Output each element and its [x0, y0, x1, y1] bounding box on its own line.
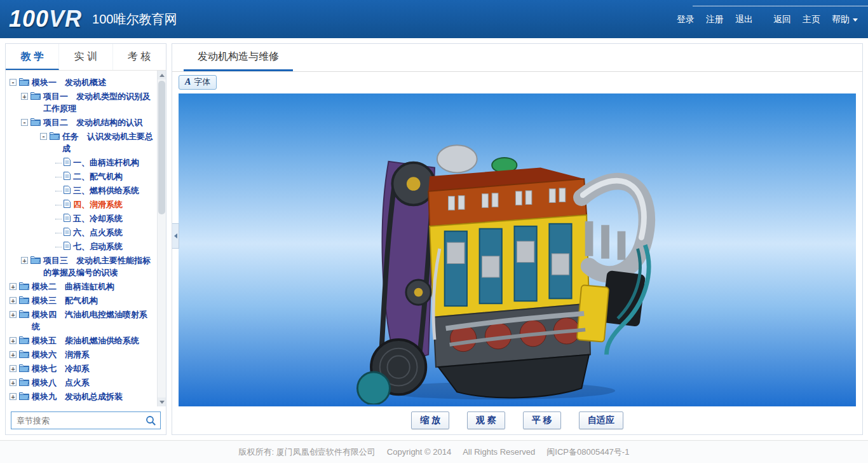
- footer-text: All Rights Reserved: [463, 447, 535, 457]
- font-button[interactable]: A 字体: [179, 75, 217, 90]
- search-input[interactable]: [11, 416, 141, 425]
- expand-icon[interactable]: +: [10, 351, 17, 358]
- tree-item[interactable]: +模块四 汽油机电控燃油喷射系统: [7, 308, 154, 333]
- page-body: 教 学实 训考 核 -模块一 发动机概述+项目一 发动机类型的识别及工作原理-项…: [0, 38, 868, 440]
- tab-assessment[interactable]: 考 核: [113, 44, 166, 70]
- tree-item[interactable]: +模块二 曲柄连缸机构: [7, 280, 154, 293]
- expand-icon[interactable]: +: [10, 365, 17, 372]
- tree-item[interactable]: +模块三 配气机构: [7, 294, 154, 307]
- tree-item[interactable]: +项目三 发动机主要性能指标的掌握及编号的识读: [7, 254, 154, 279]
- document-icon: [64, 200, 71, 208]
- tree-connector: [55, 219, 62, 219]
- expand-icon[interactable]: +: [10, 393, 17, 400]
- header-link-register[interactable]: 注册: [706, 14, 724, 25]
- tree-item[interactable]: +项目一 发动机类型的识别及工作原理: [7, 90, 154, 114]
- tab-training[interactable]: 实 训: [59, 44, 112, 70]
- search-icon: [146, 415, 156, 426]
- tree-item[interactable]: +模块七 冷却系: [7, 363, 154, 375]
- search-button[interactable]: [141, 412, 160, 429]
- tree-connector: [55, 205, 62, 205]
- footer-text: 版权所有: 厦门凤凰创壹软件有限公司: [239, 446, 376, 458]
- sidebar: 教 学实 训考 核 -模块一 发动机概述+项目一 发动机类型的识别及工作原理-项…: [5, 43, 166, 435]
- expand-icon[interactable]: +: [10, 297, 17, 304]
- viewer-button-row: 缩 放观 察平 移自适应: [172, 406, 862, 434]
- tree-item[interactable]: +模块九 发动机总成拆装: [7, 390, 154, 403]
- engine-illustration: [332, 93, 662, 404]
- tree-item[interactable]: -模块一 发动机概述: [7, 76, 154, 88]
- scrollbar-thumb[interactable]: [158, 81, 165, 214]
- expand-icon[interactable]: +: [21, 257, 28, 264]
- tree-item-label: 模块二 曲柄连缸机构: [32, 280, 154, 293]
- tree-item-label: 模块三 配气机构: [32, 294, 154, 307]
- tree-item[interactable]: +模块六 润滑系: [7, 349, 154, 361]
- collapse-icon[interactable]: -: [40, 133, 47, 140]
- tree-item-label: 模块一 发动机概述: [32, 76, 154, 88]
- folder-icon: [19, 378, 29, 386]
- folder-icon: [19, 336, 29, 344]
- folder-icon: [19, 310, 29, 318]
- tree-item-label: 任务 认识发动机主要总成: [62, 130, 154, 155]
- footer-text: Copyright © 2014: [387, 447, 451, 457]
- collapse-icon[interactable]: -: [10, 79, 17, 86]
- tree-item-label: 二、配气机构: [73, 170, 154, 183]
- expand-icon[interactable]: +: [10, 283, 17, 290]
- tree-item[interactable]: 三、燃料供给系统: [7, 184, 154, 197]
- tree-item[interactable]: 一、曲柄连杆机构: [7, 156, 154, 169]
- viewer-3d[interactable]: [179, 93, 856, 406]
- expand-icon[interactable]: +: [10, 337, 17, 344]
- document-icon: [64, 172, 71, 180]
- site-logo[interactable]: 100VR: [9, 6, 82, 32]
- tree-item-label: 五、冷却系统: [73, 212, 154, 225]
- header-divider: [693, 6, 868, 6]
- collapse-sidebar-handle[interactable]: [172, 223, 179, 249]
- tree-item[interactable]: +模块八 点火系: [7, 377, 154, 389]
- collapse-icon[interactable]: -: [21, 119, 28, 126]
- tree-scrollbar[interactable]: [157, 71, 166, 406]
- header-link-logout[interactable]: 退出: [735, 14, 753, 25]
- fit-button[interactable]: 自适应: [579, 411, 623, 429]
- tree-item[interactable]: 六、点火系统: [7, 226, 154, 238]
- header-link-home[interactable]: 主页: [803, 14, 820, 25]
- logo-100: 100: [9, 6, 49, 32]
- expand-icon[interactable]: +: [10, 311, 17, 318]
- tree-item-label: 项目三 发动机主要性能指标的掌握及编号的识读: [43, 254, 154, 279]
- tree-item-label: 四、润滑系统: [73, 198, 154, 211]
- tree-item[interactable]: 二、配气机构: [7, 170, 154, 183]
- scroll-up-icon[interactable]: [158, 71, 166, 79]
- sidebar-tabs: 教 学实 训考 核: [6, 44, 166, 71]
- observe-button[interactable]: 观 察: [467, 411, 505, 429]
- folder-icon: [19, 78, 29, 86]
- header-link-help[interactable]: 帮助: [832, 14, 858, 25]
- engine-3d-model[interactable]: [332, 93, 662, 406]
- header-link-back[interactable]: 返回: [773, 14, 791, 25]
- tab-teaching[interactable]: 教 学: [6, 44, 59, 70]
- zoom-button[interactable]: 缩 放: [411, 411, 449, 429]
- header-link-login[interactable]: 登录: [677, 14, 695, 25]
- chapter-tree: -模块一 发动机概述+项目一 发动机类型的识别及工作原理-项目二 发动机结构的认…: [6, 71, 166, 406]
- font-icon: A: [185, 78, 191, 86]
- scroll-down-icon[interactable]: [158, 397, 166, 406]
- course-tab[interactable]: 发动机构造与维修: [184, 44, 293, 71]
- tree-connector: [55, 191, 62, 191]
- logo-vr: VR: [49, 6, 82, 32]
- tree-item[interactable]: 五、冷却系统: [7, 212, 154, 225]
- document-icon: [64, 214, 71, 222]
- tree-item[interactable]: 七、启动系统: [7, 240, 154, 252]
- tree-item[interactable]: -任务 认识发动机主要总成: [7, 130, 154, 155]
- tree-item-label: 项目一 发动机类型的识别及工作原理: [43, 90, 154, 114]
- main-panel: 发动机构造与维修 A 字体: [172, 43, 863, 435]
- tree-item[interactable]: -项目二 发动机结构的认识: [7, 116, 154, 128]
- tree-item-label: 六、点火系统: [73, 226, 154, 238]
- folder-icon: [31, 256, 41, 264]
- folder-icon: [19, 392, 29, 400]
- pan-button[interactable]: 平 移: [523, 411, 561, 429]
- search-box: [11, 411, 161, 429]
- tree-item[interactable]: 四、润滑系统: [7, 198, 154, 211]
- tree-item[interactable]: +模块五 柴油机燃油供给系统: [7, 335, 154, 347]
- folder-icon: [19, 296, 29, 304]
- tree-item-label: 模块七 冷却系: [32, 363, 154, 375]
- expand-icon[interactable]: +: [21, 93, 28, 100]
- document-icon: [64, 186, 71, 194]
- expand-icon[interactable]: +: [10, 379, 17, 386]
- tree-item-label: 一、曲柄连杆机构: [73, 156, 154, 169]
